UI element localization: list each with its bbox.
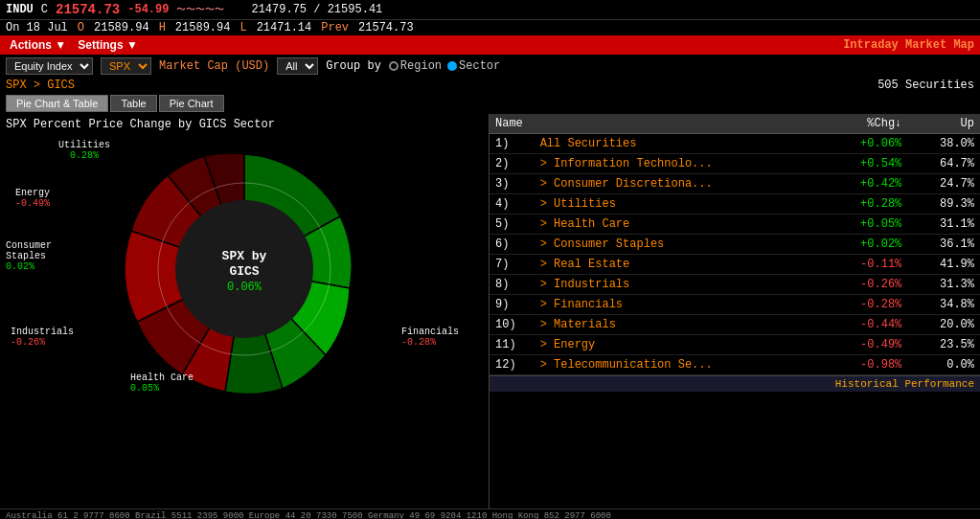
table-row[interactable]: 12)> Telecommunication Se...-0.98%0.0% xyxy=(490,355,980,375)
label-energy: Energy-0.49% xyxy=(15,188,50,209)
table-row[interactable]: 9)> Financials-0.28%34.8% xyxy=(490,295,980,315)
actions-left: Actions ▼ Settings ▼ xyxy=(6,37,142,53)
pie-area: Utilities0.28% Energy-0.49% ConsumerStap… xyxy=(6,135,483,403)
row-number: 10) xyxy=(490,315,535,335)
ticker-row-1: INDU C 21574.73 -54.99 〜〜〜〜〜 21479.75 / … xyxy=(0,0,980,20)
ticker-c-label: C xyxy=(41,3,48,16)
filter-bar: Equity Index SPX Market Cap (USD) All Gr… xyxy=(0,55,980,78)
row-number: 7) xyxy=(490,255,535,275)
ticker-date: On 18 Jul xyxy=(6,21,68,34)
row-name[interactable]: All Securities xyxy=(535,134,825,154)
radio-group: Region Sector xyxy=(389,59,500,73)
row-number: 3) xyxy=(490,174,535,194)
row-name[interactable]: > Consumer Staples xyxy=(535,235,825,255)
row-number: 2) xyxy=(490,154,535,174)
equity-index-select[interactable]: Equity Index xyxy=(6,57,93,75)
row-pct-change: -0.28% xyxy=(824,295,907,315)
up-header: Up xyxy=(907,114,980,134)
h-val: 21589.94 xyxy=(175,21,231,34)
row-up-pct: 38.0% xyxy=(907,134,980,154)
breadcrumb-text[interactable]: SPX > GICS xyxy=(6,79,75,92)
row-number: 11) xyxy=(490,335,535,355)
row-pct-change: -0.26% xyxy=(824,275,907,295)
sector-label: Sector xyxy=(459,59,500,73)
tab-pie-chart[interactable]: Pie Chart xyxy=(159,95,224,112)
row-number: 8) xyxy=(490,275,535,295)
row-pct-change: -0.98% xyxy=(824,355,907,375)
region-radio-icon[interactable] xyxy=(389,61,399,71)
row-pct-change: -0.44% xyxy=(824,315,907,335)
row-name[interactable]: > Industrials xyxy=(535,275,825,295)
actions-button[interactable]: Actions ▼ xyxy=(6,37,70,53)
ticker-symbol: INDU xyxy=(6,3,34,16)
row-up-pct: 64.7% xyxy=(907,154,980,174)
row-pct-change: -0.49% xyxy=(824,335,907,355)
row-pct-change: +0.28% xyxy=(824,194,907,214)
row-name[interactable]: > Information Technolo... xyxy=(535,154,825,174)
ticker-row-2: On 18 Jul O 21589.94 H 21589.94 L 21471.… xyxy=(0,20,980,35)
row-number: 6) xyxy=(490,235,535,255)
footer-line1: Australia 61 2 9777 8600 Brazil 5511 239… xyxy=(6,511,974,519)
table-row[interactable]: 11)> Energy-0.49%23.5% xyxy=(490,335,980,355)
table-row[interactable]: 10)> Materials-0.44%20.0% xyxy=(490,315,980,335)
o-label: O xyxy=(78,21,84,34)
pie-chart-svg: SPX by GICS 0.06% xyxy=(91,135,398,403)
ticker-change: -54.99 xyxy=(127,3,169,16)
table-row[interactable]: 1)All Securities+0.06%38.0% xyxy=(490,134,980,154)
row-name[interactable]: > Telecommunication Se... xyxy=(535,355,825,375)
label-health-care: Health Care0.05% xyxy=(130,372,194,394)
row-up-pct: 41.9% xyxy=(907,255,980,275)
table-row[interactable]: 8)> Industrials-0.26%31.3% xyxy=(490,275,980,295)
row-name[interactable]: > Health Care xyxy=(535,214,825,235)
tab-table[interactable]: Table xyxy=(110,95,156,112)
table-row[interactable]: 7)> Real Estate-0.11%41.9% xyxy=(490,255,980,275)
intraday-market-map-label: Intraday Market Map xyxy=(843,38,974,52)
chart-panel: SPX Percent Price Change by GICS Sector … xyxy=(0,114,489,508)
l-val: 21471.14 xyxy=(257,21,312,34)
table-body: 1)All Securities+0.06%38.0%2)> Informati… xyxy=(490,134,980,375)
row-pct-change: -0.11% xyxy=(824,255,907,275)
spx-select[interactable]: SPX xyxy=(101,57,151,75)
svg-text:SPX by: SPX by xyxy=(222,249,267,263)
row-up-pct: 89.3% xyxy=(907,194,980,214)
row-number: 5) xyxy=(490,214,535,235)
row-name[interactable]: > Financials xyxy=(535,295,825,315)
label-utilities: Utilities0.28% xyxy=(58,140,110,161)
pct-chg-header: %Chg↓ xyxy=(824,114,907,134)
table-row[interactable]: 5)> Health Care+0.05%31.1% xyxy=(490,214,980,235)
sector-radio-icon[interactable] xyxy=(447,61,457,71)
row-up-pct: 31.1% xyxy=(907,214,980,235)
settings-button[interactable]: Settings ▼ xyxy=(74,37,142,53)
historical-performance-bar[interactable]: Historical Performance xyxy=(490,375,980,392)
table-row[interactable]: 6)> Consumer Staples+0.02%36.1% xyxy=(490,235,980,255)
breadcrumb-bar: SPX > GICS 505 Securities xyxy=(0,78,980,93)
h-label: H xyxy=(159,21,166,34)
row-number: 1) xyxy=(490,134,535,154)
row-name[interactable]: > Utilities xyxy=(535,194,825,214)
row-name[interactable]: > Materials xyxy=(535,315,825,335)
prev-val: 21574.73 xyxy=(358,21,414,34)
table-header: Name %Chg↓ Up xyxy=(490,114,980,134)
row-up-pct: 34.8% xyxy=(907,295,980,315)
historical-performance-label: Historical Performance xyxy=(835,378,974,390)
row-name[interactable]: > Real Estate xyxy=(535,255,825,275)
l-label: L xyxy=(239,21,246,34)
actions-bar: Actions ▼ Settings ▼ Intraday Market Map xyxy=(0,35,980,55)
table-row[interactable]: 2)> Information Technolo...+0.54%64.7% xyxy=(490,154,980,174)
radio-region[interactable]: Region xyxy=(389,59,442,73)
row-up-pct: 31.3% xyxy=(907,275,980,295)
row-name[interactable]: > Energy xyxy=(535,335,825,355)
table-row[interactable]: 4)> Utilities+0.28%89.3% xyxy=(490,194,980,214)
footer: Australia 61 2 9777 8600 Brazil 5511 239… xyxy=(0,508,980,519)
row-up-pct: 20.0% xyxy=(907,315,980,335)
row-up-pct: 0.0% xyxy=(907,355,980,375)
row-number: 4) xyxy=(490,194,535,214)
svg-text:GICS: GICS xyxy=(229,264,259,279)
table-row[interactable]: 3)> Consumer Discretiona...+0.42%24.7% xyxy=(490,174,980,194)
tab-pie-chart-table[interactable]: Pie Chart & Table xyxy=(6,95,108,112)
row-name[interactable]: > Consumer Discretiona... xyxy=(535,174,825,194)
radio-sector[interactable]: Sector xyxy=(447,59,500,73)
row-pct-change: +0.54% xyxy=(824,154,907,174)
svg-text:0.06%: 0.06% xyxy=(227,281,262,294)
mktcap-select[interactable]: All xyxy=(277,57,318,75)
